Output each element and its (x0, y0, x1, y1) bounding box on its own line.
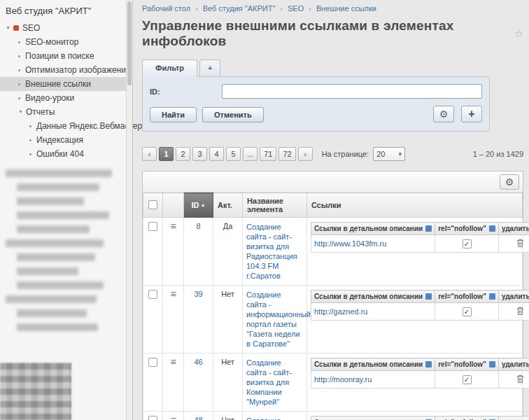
favorite-star-icon[interactable]: ☆ (514, 27, 523, 40)
active-column-header[interactable]: Акт. (213, 193, 243, 218)
element-name-link[interactable]: Создание сайта - информационный портал г… (246, 290, 303, 349)
menu-icon: ≡ (170, 414, 176, 420)
nofollow-checkbox[interactable]: ✓ (463, 239, 472, 248)
delete-header: удалить (502, 293, 529, 300)
trash-icon (516, 374, 525, 384)
select-all-header (143, 193, 163, 218)
external-url-link[interactable]: http://moonray.ru (314, 375, 372, 384)
add-filter-tab-button[interactable]: + (199, 59, 220, 77)
nofollow-header: rel="nofollow" (438, 293, 486, 300)
bullet-icon (18, 41, 20, 43)
trash-icon (516, 306, 525, 316)
breadcrumb-link-site[interactable]: Веб студия "АКРИТ" (190, 4, 275, 13)
element-name-link[interactable]: Создание сайта - сайт-визитка для Базы о… (246, 416, 303, 420)
row-menu-button[interactable]: ≡ (163, 412, 184, 420)
help-icon[interactable] (425, 361, 432, 368)
element-name-link[interactable]: Создание сайта - сайт-визитка для Компан… (246, 358, 303, 407)
page-button-71[interactable]: 71 (260, 147, 276, 161)
external-url-link[interactable]: http://www.1043fm.ru (314, 239, 386, 248)
filter-settings-button[interactable]: ⚙ (433, 106, 454, 122)
sidebar-scrollbar[interactable] (126, 0, 132, 420)
filter-tabs: Фильтр + (142, 57, 490, 76)
row-active-value: Нет (213, 412, 243, 420)
breadcrumb-link-desktop[interactable]: Рабочий стол (142, 4, 190, 13)
row-id-link[interactable]: 8 (196, 222, 200, 230)
sidebar-item-yandex-webmaster-data[interactable]: Данные Яндекс.Вебмастера (0, 119, 132, 133)
breadcrumb-link-external-links[interactable]: Внешние ссылки (304, 4, 376, 13)
element-name-link[interactable]: Создание сайта - сайт-визитка для Радиос… (246, 222, 303, 281)
sidebar-item-errors-404[interactable]: Ошибки 404 (0, 147, 132, 161)
row-menu-button[interactable]: ≡ (163, 218, 184, 286)
per-page-select[interactable]: 20 ▾ (373, 147, 405, 161)
row-checkbox[interactable] (148, 416, 157, 420)
menu-icon: ≡ (170, 220, 176, 232)
sidebar-item-reports[interactable]: ▼ Отчеты (0, 105, 132, 119)
page-ellipsis-button[interactable]: ... (243, 147, 258, 161)
row-checkbox[interactable] (148, 290, 157, 299)
links-table: ID▲ Акт. Название элемента Ссылки ≡ 8 Да… (143, 192, 523, 420)
external-url-link[interactable]: http://gazned.ru (314, 307, 367, 316)
redacted-item (17, 281, 104, 289)
page-button-2[interactable]: 2 (176, 147, 190, 161)
nofollow-checkbox[interactable]: ✓ (463, 375, 472, 384)
sidebar-item-image-optimizer[interactable]: Оптимизатор изображений (0, 63, 132, 77)
breadcrumb: Рабочий стол Веб студия "АКРИТ" SEO Внеш… (142, 4, 523, 13)
sidebar-title: Веб студия "АКРИТ" (0, 0, 132, 21)
sidebar-item-search-positions[interactable]: Позиции в поиске (0, 49, 132, 63)
page-button-1[interactable]: 1 (159, 147, 174, 161)
tab-filter[interactable]: Фильтр (142, 59, 197, 77)
id-column-header[interactable]: ID▲ (184, 193, 213, 218)
menu-icon: ≡ (170, 356, 176, 368)
redacted-item (17, 253, 95, 261)
delete-link-button[interactable] (516, 306, 525, 316)
sidebar-item-indexing[interactable]: Индексация (0, 133, 132, 147)
page-button-5[interactable]: 5 (226, 147, 241, 161)
pagination: ‹ 1 2 3 4 5 ... 71 72 › На странице: 20 … (142, 147, 523, 161)
row-checkbox[interactable] (148, 358, 157, 367)
bullet-icon (29, 139, 31, 141)
page-button-4[interactable]: 4 (209, 147, 224, 161)
page-button-3[interactable]: 3 (192, 147, 207, 161)
sidebar-menu: ▼ SEO SEO-монитор Позиции в поиске Оптим… (0, 21, 132, 161)
row-menu-button[interactable]: ≡ (163, 354, 184, 412)
cancel-button[interactable]: Отменить (202, 107, 264, 122)
record-range-text: 1 – 20 из 1429 (473, 150, 523, 158)
id-filter-input[interactable] (222, 84, 482, 99)
help-icon[interactable] (489, 225, 495, 232)
help-icon[interactable] (489, 293, 495, 300)
data-grid: ⚙ ID▲ Акт. Название элемента Ссылки ≡ 8 (142, 171, 523, 420)
breadcrumb-link-seo[interactable]: SEO (275, 4, 304, 13)
inner-header-row: Ссылки в детальном описании rel="nofollo… (311, 358, 529, 371)
row-checkbox[interactable] (148, 222, 157, 231)
sidebar-item-seo[interactable]: ▼ SEO (0, 21, 132, 35)
add-filter-field-button[interactable]: + (461, 106, 482, 122)
sidebar-scrollbar-thumb[interactable] (127, 1, 132, 85)
help-icon[interactable] (425, 225, 432, 232)
name-column-header[interactable]: Название элемента (243, 193, 307, 218)
row-id-link[interactable]: 46 (194, 358, 202, 366)
sidebar-item-seo-monitor[interactable]: SEO-монитор (0, 35, 132, 49)
select-all-checkbox[interactable] (148, 200, 157, 209)
page-button-72[interactable]: 72 (278, 147, 295, 161)
redacted-item (17, 197, 84, 205)
delete-link-button[interactable] (516, 238, 525, 248)
nofollow-checkbox[interactable]: ✓ (463, 307, 472, 316)
inner-header-row: Ссылки в детальном описании rel="nofollo… (311, 416, 529, 420)
row-id-link[interactable]: 39 (194, 290, 202, 298)
sidebar-item-label: Видео-уроки (25, 91, 74, 105)
help-icon[interactable] (489, 361, 495, 368)
row-id-link[interactable]: 48 (194, 416, 202, 420)
redacted-item (17, 309, 87, 317)
sidebar-item-external-links[interactable]: Внешние ссылки (0, 77, 132, 91)
delete-link-button[interactable] (516, 374, 525, 384)
prev-page-button[interactable]: ‹ (142, 147, 157, 161)
help-icon[interactable] (425, 293, 432, 300)
next-page-button[interactable]: › (298, 147, 313, 161)
inner-links-table: Ссылки в детальном описании rel="nofollo… (311, 290, 529, 321)
row-menu-button[interactable]: ≡ (163, 286, 184, 354)
grid-settings-button[interactable]: ⚙ (500, 174, 519, 190)
find-button[interactable]: Найти (150, 107, 197, 122)
sidebar-item-video-lessons[interactable]: Видео-уроки (0, 91, 132, 105)
links-column-header: Ссылки (307, 193, 523, 218)
id-header-label: ID (192, 201, 199, 209)
